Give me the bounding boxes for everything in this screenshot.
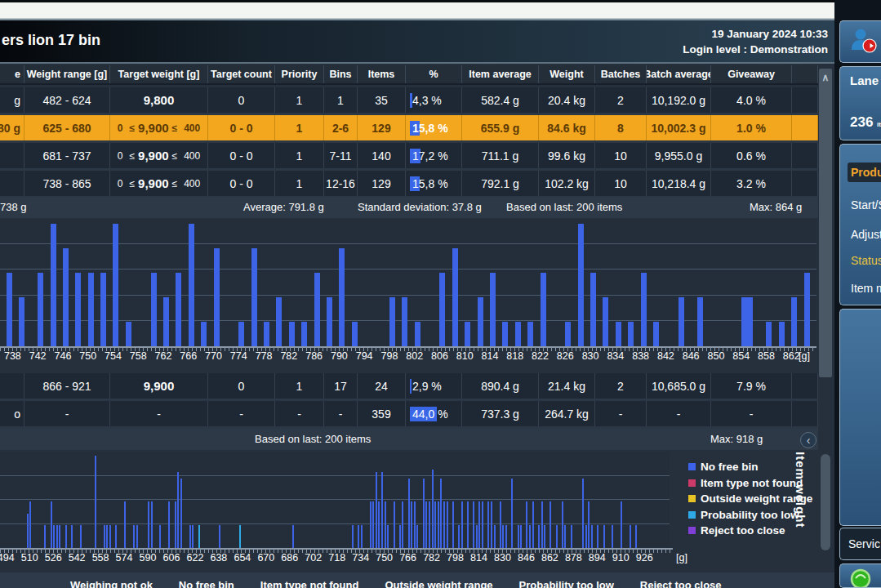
- sidebar-menu-item-2[interactable]: Adjust: [851, 228, 881, 241]
- table-row[interactable]: 80 g625 - 6800≤9,900≤4000 - 012-612915,8…: [0, 115, 818, 143]
- cell-weight-range: 482 - 624: [24, 87, 110, 113]
- cell-priority: -: [275, 401, 324, 426]
- target-high: 400: [184, 150, 200, 162]
- axis-tick-label: 750: [376, 552, 393, 564]
- histogram-bar: [75, 273, 81, 346]
- histogram-bar: [59, 525, 60, 548]
- histogram-bar: [447, 501, 448, 548]
- histogram-bar: [434, 501, 436, 548]
- reject-filter-link[interactable]: No free bin: [179, 579, 234, 588]
- histogram-bar: [565, 322, 571, 346]
- cell-batches: 10: [595, 171, 647, 196]
- histogram-bar: [106, 525, 108, 548]
- cell-target-count: 0 - 0: [208, 143, 275, 168]
- axis-tick-label: 718: [328, 552, 345, 564]
- table-scrollbar[interactable]: [819, 69, 832, 377]
- table-row[interactable]: 866 - 9219,9000117242,9 %890.4 g21.4 kg2…: [0, 373, 818, 401]
- login-button[interactable]: [839, 20, 881, 63]
- histogram-bar: [180, 479, 182, 548]
- cell-weight: 99.6 kg: [539, 143, 595, 168]
- column-header-1: Weight range [g]: [24, 65, 110, 83]
- axis-tick-label: 778: [256, 350, 273, 362]
- histogram-bar: [585, 525, 587, 548]
- histogram-bar: [358, 525, 359, 548]
- histogram-bar: [423, 479, 425, 548]
- histogram-bar: [473, 501, 474, 548]
- histogram-bar: [571, 525, 572, 548]
- axis-tick-label: 846: [683, 350, 700, 362]
- table-row[interactable]: 681 - 7370≤9,900≤4000 - 017-1114017,2 %7…: [0, 143, 818, 171]
- axis-tick-label: 850: [707, 350, 724, 362]
- legend-swatch: [688, 527, 696, 534]
- leq-symbol: ≤: [172, 150, 178, 162]
- histogram-bar: [133, 525, 135, 548]
- histogram-bar: [526, 501, 527, 548]
- service-button[interactable]: Servic: [839, 528, 881, 560]
- column-header-10: Batches: [595, 65, 647, 83]
- histogram-bar: [416, 525, 418, 548]
- histogram-bar: [124, 501, 126, 548]
- histogram-bar: [591, 525, 593, 548]
- histogram-bar: [44, 525, 46, 548]
- table-row[interactable]: o-----35944,0 %737.3 g264.7 kg---: [0, 401, 818, 429]
- axis-tick-label: 862: [783, 350, 800, 362]
- reject-filter-link[interactable]: Probability too low: [519, 579, 614, 588]
- axis-tick-label: 638: [210, 552, 227, 564]
- cell-bins: 17: [324, 373, 358, 399]
- histogram-bar: [276, 297, 282, 346]
- sidebar-menu-item-1[interactable]: Start/S: [851, 198, 881, 212]
- percent-label: 15,8 %: [410, 122, 448, 135]
- histogram-bar: [612, 525, 613, 548]
- column-header-filler: [792, 65, 818, 83]
- histogram-bar: [564, 525, 566, 548]
- axis-tick-label: 798: [380, 350, 398, 362]
- cell-target-count: 0 - 0: [208, 115, 275, 140]
- reject-filter-link[interactable]: Reject too close: [640, 579, 722, 588]
- based-on-label-2: Based on last: 200 items: [255, 433, 371, 445]
- cell-bins: 12-16: [324, 171, 358, 196]
- cell-giveaway: 4.0 %: [711, 87, 792, 113]
- axis-tick-label: 738: [4, 350, 21, 362]
- histogram-bar: [440, 479, 442, 548]
- cell-filler: [792, 115, 818, 140]
- cell-percent: 44,0 %: [406, 401, 462, 426]
- item-weight-histogram-upper: [0, 219, 816, 346]
- histogram-bar: [635, 525, 637, 548]
- percent-wrap: 15,8 %: [410, 121, 448, 136]
- cell-target-count: 0 - 0: [208, 171, 275, 196]
- histogram-bar: [192, 525, 194, 548]
- histogram-bar: [476, 525, 478, 548]
- table-row[interactable]: g482 - 6249,800011354,3 %582.4 g20.4 kg2…: [0, 87, 818, 115]
- histogram-bar: [452, 501, 454, 548]
- reject-filter-link[interactable]: Item type not found: [260, 579, 359, 588]
- axis-tick-label: 822: [532, 350, 549, 362]
- sidebar-menu-item-4[interactable]: Item m: [851, 282, 881, 295]
- histogram-bar: [151, 273, 157, 346]
- reject-filter-link[interactable]: Outside weight range: [385, 579, 492, 588]
- cell-weight: 84.6 kg: [539, 115, 595, 140]
- reject-filter-link[interactable]: Weighing not ok: [70, 579, 153, 588]
- scroll-up-icon[interactable]: ∧: [819, 72, 832, 83]
- table-row[interactable]: 738 - 8650≤9,900≤4000 - 0112-1612915,8 %…: [0, 171, 818, 198]
- histogram-bar: [518, 525, 519, 548]
- chevron-left-icon: ‹: [807, 434, 811, 446]
- histogram-bar: [791, 297, 797, 346]
- axis-tick-label: 742: [29, 350, 47, 362]
- histogram-bar: [487, 501, 489, 548]
- column-header-3: Target count: [208, 65, 275, 83]
- lower-stats-strip: Based on last: 200 items Max: 918 g: [0, 429, 818, 450]
- axis-tick-label: 858: [758, 350, 775, 362]
- histogram-bar: [502, 525, 504, 548]
- cell-bins: 7-11: [324, 143, 358, 168]
- cell-filler: [792, 171, 818, 196]
- sidebar-menu-item-3[interactable]: Status: [851, 254, 881, 267]
- sidebar-menu-item-0[interactable]: Produc: [848, 163, 881, 182]
- cell-weight-range: 681 - 737: [24, 143, 110, 168]
- cell-giveaway: 0.6 %: [711, 143, 792, 168]
- histogram-bar: [556, 525, 558, 548]
- item-weight-axis-title: Item weight: [794, 452, 808, 550]
- lane-panel[interactable]: Lane 1 236 items: [839, 66, 881, 140]
- collapse-chart-button[interactable]: ‹: [800, 432, 816, 448]
- cell-batch-average: 10,002.3 g: [647, 115, 711, 140]
- chart-scrollbar[interactable]: [821, 454, 830, 550]
